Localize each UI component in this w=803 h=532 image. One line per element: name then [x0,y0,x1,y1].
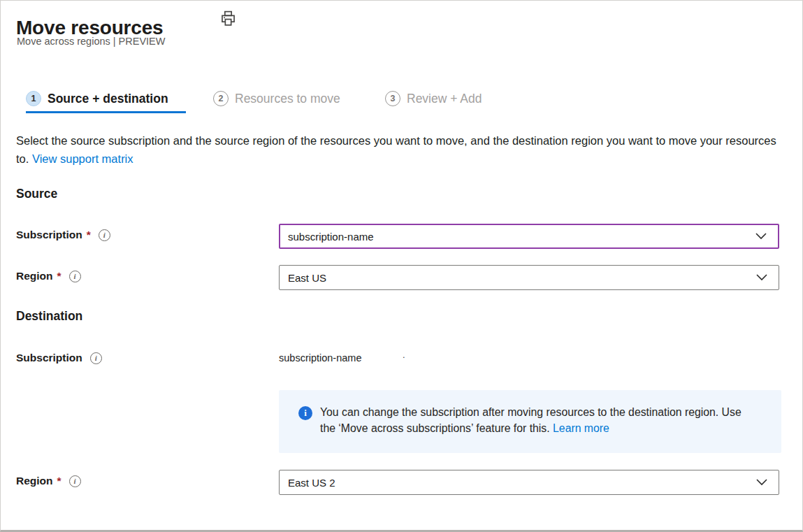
info-icon[interactable]: i [69,271,81,282]
learn-more-link[interactable]: Learn more [553,422,609,434]
info-banner-text: You can change the subscription after mo… [320,404,755,436]
source-region-label: Region * i [16,270,81,282]
page-subtitle: Move across regions | PREVIEW [17,36,165,47]
dropdown-value: East US [288,272,326,284]
source-subscription-label: Subscription * i [16,229,110,241]
step-badge: 2 [213,91,229,106]
dropdown-value: East US 2 [288,477,335,489]
tab-source-destination[interactable]: 1 Source + destination [26,91,168,106]
destination-section-heading: Destination [16,309,82,324]
step-badge: 3 [385,91,400,106]
move-resources-page: Move resources Move across regions | PRE… [0,0,803,532]
destination-subscription-label: Subscription i [16,352,102,364]
chevron-down-icon [756,271,767,284]
stray-mark: . [403,350,405,360]
source-region-dropdown[interactable]: East US [279,265,779,290]
destination-region-label: Region * i [16,475,81,487]
chevron-down-icon [756,476,767,489]
info-filled-icon: i [298,406,312,420]
required-marker: * [57,270,62,282]
printer-icon [219,10,237,30]
destination-subscription-value: subscription-name [279,352,361,364]
info-icon[interactable]: i [90,352,102,364]
tab-label: Resources to move [235,92,340,106]
tab-label: Review + Add [407,92,482,106]
info-icon[interactable]: i [69,475,81,487]
page-description: Select the source subscription and the s… [16,131,790,168]
source-section-heading: Source [16,187,57,201]
subscription-info-banner: i You can change the subscription after … [279,390,781,453]
info-icon[interactable]: i [99,229,110,241]
source-subscription-dropdown[interactable]: subscription-name [279,224,779,249]
tab-label: Source + destination [48,92,168,106]
destination-region-dropdown[interactable]: East US 2 [279,470,779,495]
view-support-matrix-link[interactable]: View support matrix [32,152,133,165]
tab-resources-to-move[interactable]: 2 Resources to move [213,91,340,106]
chevron-down-icon [755,230,767,243]
dropdown-value: subscription-name [288,231,374,243]
active-tab-underline [26,111,186,113]
required-marker: * [87,229,91,241]
tab-review-add[interactable]: 3 Review + Add [385,91,482,106]
required-marker: * [57,475,62,487]
step-badge: 1 [26,91,41,106]
